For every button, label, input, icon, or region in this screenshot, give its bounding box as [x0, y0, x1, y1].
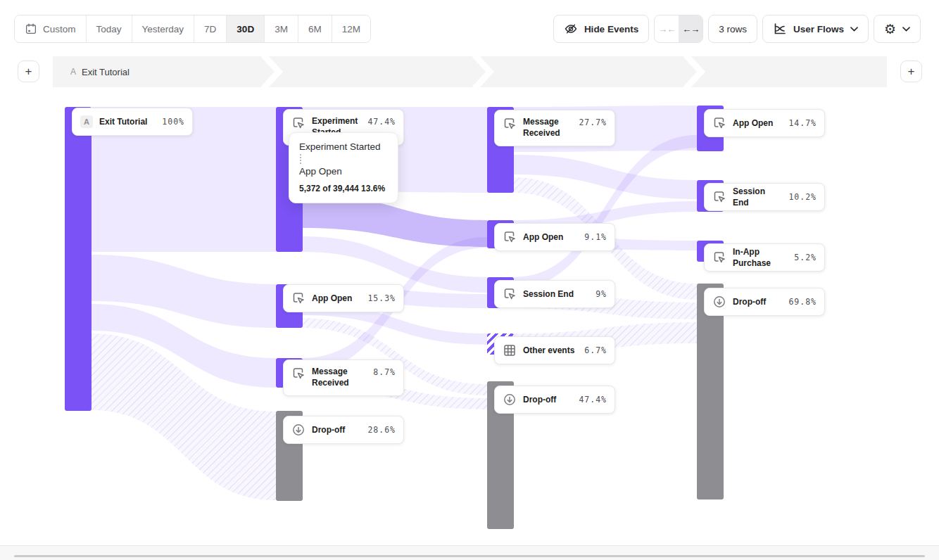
node-percentage: 69.8% — [788, 297, 817, 307]
node-title: Other events — [523, 345, 578, 356]
date-range-6m[interactable]: 6M — [298, 15, 332, 42]
event-click-icon — [712, 250, 726, 265]
node-title: Drop-off — [312, 424, 361, 435]
step-letter-badge: A — [80, 115, 93, 128]
start-step-label: A Exit Tutorial — [70, 56, 130, 87]
flow-node-card-session-end-col4[interactable]: Session End10.2% — [704, 183, 825, 211]
settings-button[interactable]: ⚙ — [874, 15, 921, 43]
collapse-columns-button[interactable]: →← — [655, 15, 679, 42]
node-percentage: 14.7% — [788, 118, 817, 128]
flow-node-card-drop-off-col4[interactable]: Drop-off69.8% — [704, 288, 825, 316]
step-name: Exit Tutorial — [82, 67, 130, 77]
event-click-icon — [503, 287, 517, 301]
date-range-30d[interactable]: 30D — [226, 15, 264, 42]
node-percentage: 15.3% — [367, 293, 396, 303]
node-percentage: 9.1% — [584, 232, 607, 242]
event-click-icon — [503, 230, 517, 244]
node-title: App Open — [733, 117, 782, 129]
flow-node-card-other-events-col3[interactable]: Other events6.7% — [494, 336, 615, 364]
tooltip-stat: 5,372 of 39,444 13.6% — [299, 184, 389, 193]
node-title: Drop-off — [523, 394, 572, 405]
chevron-down-icon — [850, 27, 858, 32]
flow-steps-strip[interactable] — [53, 56, 887, 87]
flow-node-card-exit-tutorial-col1[interactable]: AExit Tutorial100% — [72, 108, 193, 136]
node-percentage: 27.7% — [579, 117, 607, 127]
toolbar-right-tools: Hide Events →← ←→ 3 rows User Flows — [553, 15, 921, 43]
node-percentage: 47.4% — [579, 395, 607, 405]
event-click-icon — [291, 116, 305, 130]
toolbar: CustomTodayYesterday7D30D3M6M12M Hide Ev… — [0, 0, 939, 44]
link-tooltip: Experiment Started App Open 5,372 of 39,… — [289, 132, 398, 203]
flow-node-card-session-end-col3[interactable]: Session End9% — [494, 280, 615, 308]
date-range-12m[interactable]: 12M — [332, 15, 370, 42]
chart-type-label: User Flows — [793, 24, 844, 34]
tooltip-connector — [300, 154, 389, 164]
chevron-down-icon — [902, 27, 910, 32]
add-step-after-button[interactable]: + — [900, 61, 922, 82]
node-title: Message Received — [523, 116, 572, 139]
node-percentage: 28.6% — [367, 425, 396, 435]
event-click-icon — [712, 116, 726, 130]
flow-node-card-message-received-col3[interactable]: Message Received27.7% — [494, 110, 615, 146]
tooltip-to-event: App Open — [299, 166, 389, 177]
node-title: Session End — [733, 186, 782, 208]
date-range-label: Yesterday — [142, 24, 184, 34]
event-click-icon — [712, 190, 726, 204]
node-title: Message Received — [312, 366, 367, 388]
add-step-before-button[interactable]: + — [18, 61, 39, 82]
node-percentage: 5.2% — [794, 253, 817, 262]
node-percentage: 47.4% — [367, 117, 396, 127]
node-title: Drop-off — [733, 296, 782, 307]
date-range-3m[interactable]: 3M — [264, 15, 298, 42]
chart-type-dropdown[interactable]: User Flows — [762, 15, 869, 43]
date-range-yesterday[interactable]: Yesterday — [132, 15, 194, 42]
drop-off-icon — [503, 393, 517, 407]
node-percentage: 10.2% — [788, 192, 817, 202]
rows-button[interactable]: 3 rows — [708, 15, 757, 43]
flow-node-card-in-app-purchase-col4[interactable]: In-App Purchase5.2% — [704, 243, 825, 272]
flow-node-card-message-received-col2[interactable]: Message Received8.7% — [283, 359, 404, 396]
node-percentage: 9% — [595, 289, 607, 299]
date-range-custom[interactable]: Custom — [15, 15, 86, 42]
node-percentage: 8.7% — [373, 367, 396, 377]
date-range-label: 7D — [204, 24, 216, 34]
date-range-label: 3M — [275, 24, 288, 34]
user-flows-icon — [773, 22, 787, 36]
date-range-label: Custom — [43, 24, 76, 34]
drop-off-icon — [712, 295, 726, 309]
horizontal-scrollbar[interactable] — [14, 555, 925, 557]
eye-off-icon — [564, 22, 578, 36]
date-range-7d[interactable]: 7D — [194, 15, 226, 42]
hide-events-button[interactable]: Hide Events — [553, 15, 649, 43]
flow-bar-drop-off-col4[interactable] — [697, 284, 724, 499]
node-title: Exit Tutorial — [99, 116, 156, 127]
user-flows-app: CustomTodayYesterday7D30D3M6M12M Hide Ev… — [0, 0, 939, 560]
event-click-icon — [291, 291, 305, 305]
flow-node-card-drop-off-col2[interactable]: Drop-off28.6% — [283, 416, 404, 444]
flow-bar-exit-tutorial-col1[interactable] — [65, 107, 92, 411]
date-range-label: 12M — [342, 24, 360, 34]
flow-node-card-app-open-col4[interactable]: App Open14.7% — [704, 109, 825, 137]
date-range-label: 6M — [308, 24, 322, 34]
date-range-label: Today — [96, 24, 122, 34]
flow-node-card-app-open-col2[interactable]: App Open15.3% — [283, 284, 404, 312]
date-range-label: 30D — [237, 24, 254, 34]
flow-node-card-drop-off-col3[interactable]: Drop-off47.4% — [494, 386, 615, 414]
flow-node-card-app-open-col3[interactable]: App Open9.1% — [494, 223, 615, 251]
hide-events-label: Hide Events — [584, 24, 638, 34]
expand-columns-button[interactable]: ←→ — [679, 15, 702, 42]
gear-icon: ⚙ — [884, 23, 896, 36]
date-range-today[interactable]: Today — [86, 15, 132, 42]
node-percentage: 6.7% — [584, 345, 607, 355]
step-badge: A — [70, 67, 76, 77]
bottom-panel — [0, 545, 939, 560]
column-width-toggle: →← ←→ — [654, 15, 703, 43]
event-click-icon — [291, 367, 305, 381]
node-percentage: 100% — [162, 117, 184, 127]
node-title: App Open — [312, 293, 361, 304]
drop-off-icon — [291, 423, 305, 437]
node-title: Session End — [523, 288, 589, 300]
calendar-icon — [25, 23, 37, 35]
node-title: App Open — [523, 231, 578, 243]
event-click-icon — [503, 117, 517, 131]
